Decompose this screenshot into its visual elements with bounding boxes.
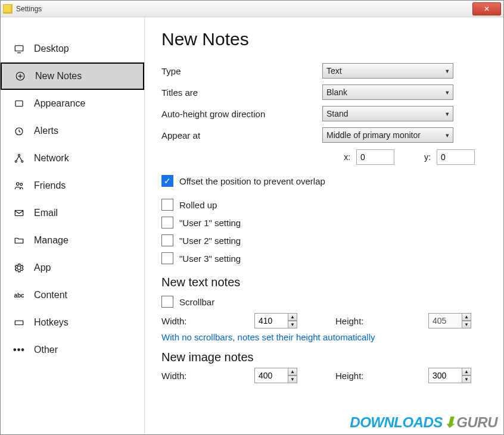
image-height-spinner[interactable]: ▲▼ [428,368,471,383]
sidebar-item-label: Network [34,153,69,164]
plus-circle-icon [15,71,26,82]
sidebar-item-hotkeys[interactable]: Hotkeys [1,309,144,336]
spin-down-icon[interactable]: ▼ [288,375,297,383]
more-icon: ••• [14,345,24,355]
text-section-heading: New text notes [161,276,487,289]
rolled-checkbox[interactable] [161,199,173,211]
svg-point-15 [20,183,23,186]
watermark: DOWNLOADS⬇GURU [350,414,497,431]
sidebar-item-label: Other [34,345,58,355]
spin-up-icon[interactable]: ▲ [462,368,471,375]
folder-icon [14,235,24,246]
sidebar: Desktop New Notes Appearance Alerts Netw… [1,17,145,434]
offset-label: Offset the position to prevent overlap [179,176,325,186]
desktop-icon [14,43,24,54]
spin-down-icon: ▼ [462,321,471,328]
scrollbar-hint: With no scrollbars, notes set their heig… [161,332,487,342]
appear-select[interactable]: Middle of primary monitor [322,127,453,143]
titles-select[interactable]: Blank [322,85,453,100]
svg-point-10 [15,161,17,162]
sidebar-item-content[interactable]: abc Content [1,281,144,309]
spin-up-icon[interactable]: ▲ [288,368,297,375]
spin-up-icon[interactable]: ▲ [288,313,297,321]
sidebar-item-app[interactable]: App [1,254,144,281]
user2-checkbox[interactable] [161,234,173,246]
sidebar-item-label: Appearance [34,98,85,109]
sidebar-item-label: New Notes [35,71,82,82]
sidebar-item-new-notes[interactable]: New Notes [1,62,144,90]
titlebar: Settings ✕ [1,1,503,17]
sidebar-item-label: Manage [34,235,69,246]
abc-icon: abc [14,290,24,301]
scrollbar-label: Scrollbar [179,297,214,307]
sidebar-item-email[interactable]: Email [1,199,144,227]
svg-line-13 [19,156,22,161]
svg-rect-17 [15,321,23,325]
sidebar-item-label: Desktop [34,43,69,54]
user3-label: "User 3" setting [179,254,241,264]
titles-label: Titles are [161,87,322,98]
sidebar-item-desktop[interactable]: Desktop [1,35,144,62]
x-label: x: [344,152,350,162]
image-height-label: Height: [335,371,421,381]
sidebar-item-other[interactable]: ••• Other [1,336,144,364]
image-width-spinner[interactable]: ▲▼ [254,368,297,383]
svg-rect-16 [15,211,23,216]
sidebar-item-label: Alerts [34,126,58,136]
sidebar-item-label: Email [34,208,58,218]
spin-down-icon[interactable]: ▼ [288,321,297,328]
sidebar-item-alerts[interactable]: Alerts [1,117,144,145]
gear-icon [14,262,24,273]
download-arrow-icon: ⬇ [444,414,456,430]
user1-label: "User 1" setting [179,218,241,228]
sidebar-item-manage[interactable]: Manage [1,227,144,254]
text-height-label: Height: [335,316,421,326]
scrollbar-checkbox[interactable] [161,296,173,308]
image-width-label: Width: [161,371,247,381]
text-height-spinner: ▲▼ [428,313,471,328]
text-width-spinner[interactable]: ▲▼ [254,313,297,328]
sidebar-item-label: Hotkeys [34,317,69,328]
main-panel: New Notes Type Text Titles are Blank Aut… [145,17,503,434]
spin-down-icon[interactable]: ▼ [462,375,471,383]
type-select[interactable]: Text [322,63,453,79]
svg-line-12 [17,156,20,161]
image-section-heading: New image notes [161,350,487,364]
svg-point-11 [21,161,23,162]
svg-line-8 [19,132,20,133]
y-input[interactable] [437,149,475,165]
app-icon [3,4,13,14]
svg-point-14 [17,183,20,186]
sidebar-item-label: Friends [34,180,66,191]
sidebar-item-label: Content [34,290,67,301]
svg-rect-5 [15,101,23,107]
grow-label: Auto-height grow direction [161,109,322,119]
clock-icon [14,126,24,136]
rolled-label: Rolled up [179,200,217,210]
appearance-icon [14,98,24,109]
svg-point-9 [18,154,20,156]
settings-window: Settings ✕ Desktop New Notes Appearance … [0,0,504,435]
user3-checkbox[interactable] [161,252,173,264]
window-title: Settings [16,5,472,13]
grow-select[interactable]: Stand [322,106,453,121]
sidebar-item-label: App [34,262,51,273]
offset-checkbox[interactable] [161,175,173,187]
text-width-label: Width: [161,316,247,326]
page-title: New Notes [161,29,487,49]
user2-label: "User 2" setting [179,236,241,246]
network-icon [14,153,24,164]
mail-icon [14,208,24,218]
x-input[interactable] [356,149,394,165]
people-icon [14,180,24,191]
close-icon: ✕ [484,5,490,13]
sidebar-item-appearance[interactable]: Appearance [1,90,144,117]
sidebar-item-friends[interactable]: Friends [1,172,144,199]
svg-rect-0 [15,46,23,51]
type-label: Type [161,66,322,76]
sidebar-item-network[interactable]: Network [1,145,144,172]
user1-checkbox[interactable] [161,217,173,229]
close-button[interactable]: ✕ [472,2,501,15]
appear-label: Appear at [161,130,322,140]
spin-up-icon: ▲ [462,313,471,321]
